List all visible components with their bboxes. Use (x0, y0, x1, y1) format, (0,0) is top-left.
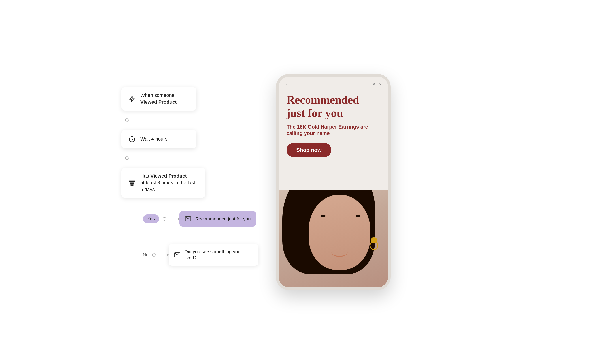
svg-rect-2 (129, 180, 135, 181)
yes-h-line (132, 219, 143, 219)
promo-headline: Recommended just for you (287, 93, 380, 120)
no-arrowhead (167, 254, 169, 256)
filter-icon (128, 179, 135, 186)
clock-icon (128, 136, 135, 143)
no-h-line (132, 255, 143, 255)
svg-rect-4 (131, 184, 133, 185)
email-icon-yes (185, 216, 191, 222)
condition-card[interactable]: Has Viewed Product at least 3 times in t… (121, 168, 205, 198)
phone-top-bar: ‹ ∨ ∧ (279, 77, 388, 89)
woman-eye-left (321, 215, 326, 217)
phone-chevron-up[interactable]: ∧ (378, 81, 381, 87)
connector-line-4 (127, 160, 127, 168)
svg-rect-3 (130, 182, 134, 183)
yes-email-card[interactable]: Recommended just for you (179, 211, 256, 226)
phone-back-button[interactable]: ‹ (285, 81, 287, 87)
scene: When someone Viewed Product Wait 4 hours (121, 74, 475, 290)
connector-line-3 (127, 148, 127, 156)
trigger-icon (127, 95, 136, 103)
phone-mockup: ‹ ∨ ∧ Recommended just for you The 18K G… (276, 74, 391, 290)
connector-line-5 (127, 198, 127, 211)
wait-text: Wait 4 hours (140, 136, 168, 143)
lightning-icon (128, 95, 135, 102)
woman-background (279, 190, 388, 287)
no-branch: No Did you see something you liked? (121, 244, 258, 266)
promo-subtext: The 18K Gold Harper Earrings are calling… (287, 124, 380, 137)
yes-branch-dot (163, 217, 166, 221)
trigger-text: When someone Viewed Product (140, 92, 177, 106)
yes-label: Yes (143, 214, 159, 223)
phone-chevron-down[interactable]: ∨ (372, 81, 376, 87)
yes-email-text: Recommended just for you (195, 216, 251, 222)
wait-card[interactable]: Wait 4 hours (121, 130, 196, 148)
woman-smile (331, 250, 348, 257)
trigger-card[interactable]: When someone Viewed Product (121, 87, 196, 110)
phone-promo-content: Recommended just for you The 18K Gold Ha… (279, 89, 388, 190)
no-branch-dot (152, 253, 156, 257)
shop-now-button[interactable]: Shop now (287, 143, 331, 157)
phone-nav-chevrons: ∨ ∧ (372, 81, 381, 87)
connector-line-1 (127, 110, 127, 118)
condition-icon (127, 178, 136, 187)
svg-marker-0 (130, 96, 134, 102)
woman-earring-hoop (370, 241, 378, 250)
no-email-card[interactable]: Did you see something you liked? (169, 244, 258, 266)
node-dot-2 (125, 156, 129, 160)
flowchart: When someone Viewed Product Wait 4 hours (121, 74, 258, 266)
woman-face (309, 195, 370, 270)
node-dot-1 (125, 118, 129, 122)
no-email-text: Did you see something you liked? (185, 249, 253, 261)
yes-branch: Yes Recommended just for you (121, 211, 258, 226)
email-icon-no (174, 252, 181, 258)
condition-text: Has Viewed Product at least 3 times in t… (140, 173, 199, 193)
woman-eye-right (356, 215, 360, 217)
phone-wrapper: ‹ ∨ ∧ Recommended just for you The 18K G… (276, 74, 391, 290)
connector-line-2 (127, 122, 127, 130)
phone-image-area (279, 190, 388, 287)
yes-arrowhead (178, 218, 180, 220)
no-label: No (143, 252, 149, 257)
wait-icon (127, 135, 136, 144)
branches-container: Yes Recommended just for you (121, 211, 258, 266)
yes-arrow-line (166, 219, 179, 219)
no-arrow-line (156, 255, 169, 255)
